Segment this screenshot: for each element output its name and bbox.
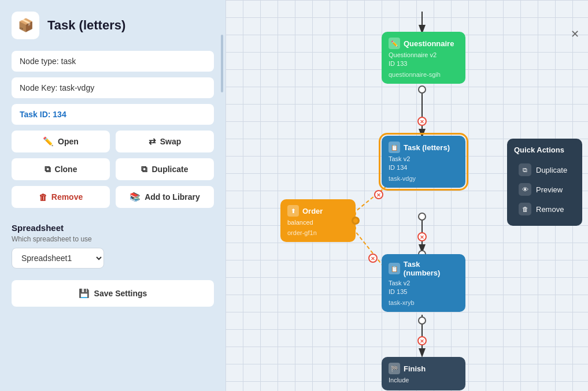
qa-remove[interactable]: 🗑 Remove [514, 199, 575, 219]
duplicate-icon: ⧉ [141, 164, 147, 174]
order-node[interactable]: ⬆ Order balanced order-gf1n [280, 199, 356, 242]
spreadsheet-label: Spreadsheet [12, 223, 214, 233]
panel-header: 📦 Task (letters) [12, 12, 214, 39]
svg-text:✕: ✕ [376, 192, 381, 198]
svg-point-15 [419, 317, 426, 324]
questionnaire-subtitle: Questionnaire v2 ID 133 [389, 51, 458, 69]
svg-point-12 [419, 86, 426, 93]
open-icon: ✏️ [43, 136, 54, 147]
questionnaire-node[interactable]: ✏️ Questionnaire Questionnaire v2 ID 133… [382, 32, 465, 84]
action-buttons-grid: ✏️ Open ⇄ Swap ⧉ Clone ⧉ Duplicate [12, 131, 214, 180]
task-letters-key: task-vdgy [389, 175, 458, 182]
scrollbar[interactable] [221, 35, 223, 92]
add-to-library-button[interactable]: 📚 Add to Library [116, 186, 214, 208]
spreadsheet-select[interactable]: Spreadsheet1 [12, 248, 104, 269]
node-header: 🏁 Finish [389, 363, 458, 374]
spreadsheet-section: Spreadsheet Which spreadsheet to use Spr… [12, 223, 214, 269]
questionnaire-icon: ✏️ [389, 38, 400, 49]
svg-text:✕: ✕ [420, 119, 424, 125]
order-key: order-gf1n [287, 229, 349, 236]
node-header: 📋 Task (numbers) [389, 260, 458, 277]
order-icon: ⬆ [287, 205, 299, 217]
node-header: ⬆ Order [287, 205, 349, 217]
task-letters-subtitle: Task v2 ID 134 [389, 155, 458, 173]
remove-button[interactable]: 🗑 Remove [12, 186, 110, 208]
swap-icon: ⇄ [149, 136, 156, 147]
finish-node[interactable]: 🏁 Finish Include [382, 357, 465, 390]
qa-remove-icon: 🗑 [519, 203, 531, 215]
order-subtitle: balanced [287, 218, 349, 227]
quick-actions-title: Quick Actions [514, 146, 575, 154]
task-id-row: Task ID: 134 [12, 104, 214, 125]
finish-icon: 🏁 [389, 363, 400, 374]
svg-point-13 [419, 213, 426, 220]
questionnaire-key: questionnaire-sgih [389, 71, 458, 78]
order-right-connector [352, 217, 360, 225]
svg-point-8 [375, 191, 383, 199]
panel-title: Task (letters) [47, 18, 125, 33]
qa-preview[interactable]: 👁 Preview [514, 180, 575, 199]
spreadsheet-sublabel: Which spreadsheet to use [12, 235, 214, 243]
node-header: 📋 Task (letters) [389, 141, 458, 153]
quick-actions-panel: Quick Actions ⧉ Duplicate 👁 Preview 🗑 Re… [507, 139, 582, 226]
clone-icon: ⧉ [45, 164, 51, 174]
save-settings-button[interactable]: 💾 Save Settings [12, 280, 214, 307]
close-button[interactable]: ✕ [571, 28, 579, 40]
clone-button[interactable]: ⧉ Clone [12, 158, 110, 180]
qa-duplicate[interactable]: ⧉ Duplicate [514, 160, 575, 180]
library-icon: 📚 [130, 192, 140, 202]
svg-point-18 [418, 233, 426, 241]
left-panel: 📦 Task (letters) Node type: task Node Ke… [0, 0, 225, 391]
task-numbers-subtitle: Task v2 ID 135 [389, 279, 458, 297]
remove-icon: 🗑 [39, 192, 47, 202]
svg-text:✕: ✕ [420, 234, 424, 240]
qa-preview-icon: 👁 [519, 183, 531, 196]
duplicate-button[interactable]: ⧉ Duplicate [116, 158, 214, 180]
task-letters-icon: 📋 [389, 141, 400, 153]
swap-button[interactable]: ⇄ Swap [116, 131, 214, 152]
qa-duplicate-icon: ⧉ [519, 163, 531, 176]
node-key-row: Node Key: task-vdgy [12, 77, 214, 98]
remove-library-grid: 🗑 Remove 📚 Add to Library [12, 186, 214, 208]
node-header: ✏️ Questionnaire [389, 38, 458, 49]
svg-point-20 [418, 337, 426, 345]
task-letters-node[interactable]: 📋 Task (letters) Task v2 ID 134 task-vdg… [382, 136, 465, 188]
task-numbers-icon: 📋 [389, 263, 400, 274]
finish-subtitle: Include [389, 376, 458, 385]
save-icon: 💾 [79, 288, 90, 299]
workflow-canvas[interactable]: ✕ ✕ ✕ ✕ ✕ ✕ [225, 0, 588, 391]
svg-point-16 [418, 117, 426, 125]
svg-text:✕: ✕ [420, 338, 424, 344]
task-numbers-key: task-xryb [389, 299, 458, 306]
svg-text:✕: ✕ [371, 256, 375, 262]
open-button[interactable]: ✏️ Open [12, 131, 110, 152]
node-type-row: Node type: task [12, 51, 214, 72]
svg-point-10 [369, 254, 377, 262]
task-numbers-node[interactable]: 📋 Task (numbers) Task v2 ID 135 task-xry… [382, 254, 465, 312]
panel-icon: 📦 [12, 12, 39, 39]
